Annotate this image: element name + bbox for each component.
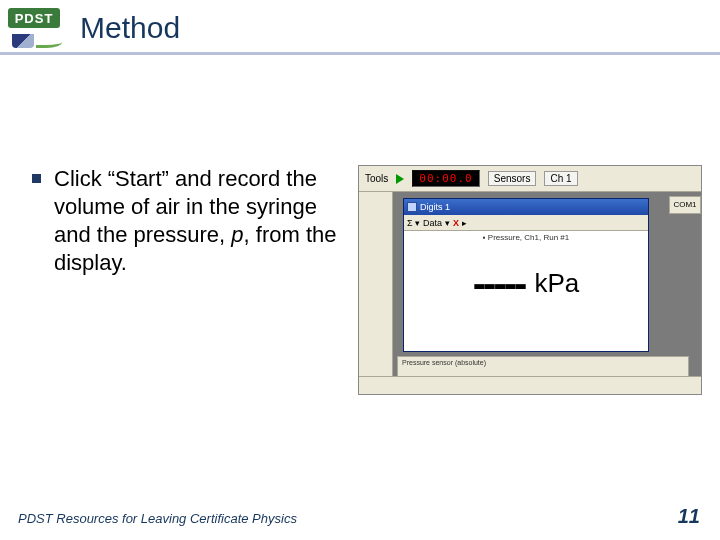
window-title: Digits 1 bbox=[420, 202, 450, 212]
software-screenshot: Tools 00:00.0 Sensors Ch 1 COM1 Digits 1… bbox=[358, 165, 702, 395]
swoosh-icon bbox=[36, 38, 62, 48]
status-bar bbox=[359, 376, 701, 394]
window-icon bbox=[407, 202, 417, 212]
window-toolbar: Σ ▾ Data ▾ X ▸ bbox=[404, 215, 648, 231]
digits-window: Digits 1 Σ ▾ Data ▾ X ▸ ▪ Pressure, Ch1,… bbox=[403, 198, 649, 352]
page-number: 11 bbox=[678, 505, 700, 528]
timer-display: 00:00.0 bbox=[412, 170, 479, 187]
book-icon bbox=[12, 34, 34, 48]
footer-text: PDST Resources for Leaving Certificate P… bbox=[18, 511, 297, 526]
left-panel bbox=[359, 192, 393, 376]
reading-value: ----- bbox=[473, 261, 525, 306]
com-indicator: COM1 bbox=[669, 196, 701, 214]
flag-icon[interactable]: ▸ bbox=[462, 218, 467, 228]
data-button[interactable]: Data bbox=[423, 218, 442, 228]
slide-title: Method bbox=[80, 11, 180, 45]
window-titlebar: Digits 1 bbox=[404, 199, 648, 215]
sensors-button[interactable]: Sensors bbox=[488, 171, 537, 186]
legend-text: ▪ Pressure, Ch1, Run #1 bbox=[404, 231, 648, 244]
pdst-logo: PDST bbox=[8, 8, 66, 48]
sigma-icon[interactable]: Σ ▾ bbox=[407, 218, 420, 228]
logo-text: PDST bbox=[8, 8, 60, 28]
channel-toggle[interactable]: Ch 1 bbox=[544, 171, 577, 186]
reading-unit: kPa bbox=[534, 268, 579, 299]
reading-display: ----- kPa bbox=[404, 244, 648, 322]
start-button-icon[interactable] bbox=[396, 174, 404, 184]
slide-header: PDST Method bbox=[0, 0, 720, 48]
tools-label: Tools bbox=[365, 173, 388, 184]
bullet-list: Click “Start” and record the volume of a… bbox=[30, 165, 340, 395]
bullet-item: Click “Start” and record the volume of a… bbox=[30, 165, 340, 278]
app-workspace: COM1 Digits 1 Σ ▾ Data ▾ X ▸ ▪ Pressure,… bbox=[359, 192, 701, 376]
delete-icon[interactable]: X bbox=[453, 218, 459, 228]
app-toolbar: Tools 00:00.0 Sensors Ch 1 bbox=[359, 166, 701, 192]
bullet-var: p bbox=[231, 222, 243, 247]
slide-body: Click “Start” and record the volume of a… bbox=[0, 55, 720, 395]
